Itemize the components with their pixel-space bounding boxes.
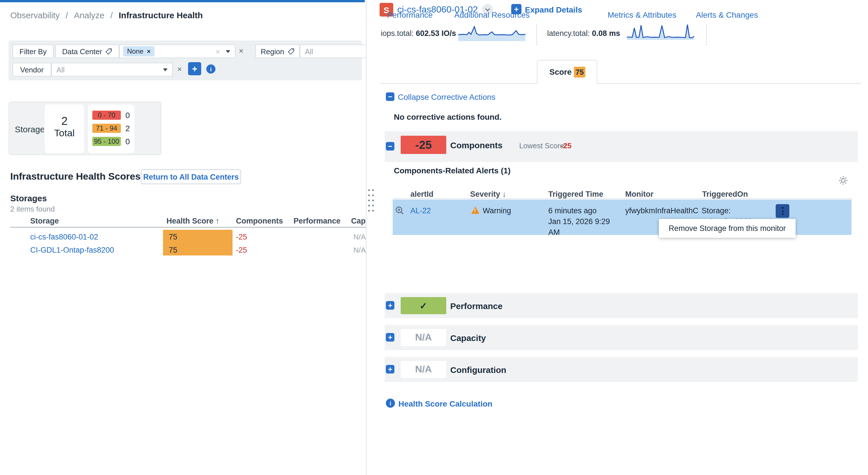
filter-by-label: Filter By xyxy=(12,44,54,58)
tag-icon xyxy=(287,48,294,55)
chevron-down-icon[interactable] xyxy=(226,50,230,53)
components-cell: -25 xyxy=(236,233,247,241)
filter-info-icon[interactable]: i xyxy=(206,64,215,73)
table-row[interactable]: CI-GDL1-Ontap-fas8200 75 -25 N/A xyxy=(0,243,367,256)
lowest-score-label: Lowest Score: xyxy=(519,141,566,150)
col-health-score[interactable]: Health Score ↑ xyxy=(166,217,219,225)
tab-score-active[interactable]: Score 75 xyxy=(537,60,597,84)
collapse-corrective-actions-icon[interactable]: − xyxy=(386,92,394,101)
range-count-red: 0 xyxy=(125,111,130,120)
metric-name: latency.total: xyxy=(547,29,590,38)
storage-link[interactable]: ci-cs-fas8060-01-02 xyxy=(30,233,98,241)
vendor-value: All xyxy=(56,65,65,74)
alert-col-triggeredon[interactable]: TriggeredOn xyxy=(702,190,748,199)
col-capacity[interactable]: Cap xyxy=(351,217,366,225)
alert-col-severity[interactable]: Severity ↓ xyxy=(470,190,506,199)
gear-icon[interactable] xyxy=(838,176,848,185)
add-filter-button[interactable]: + xyxy=(188,62,201,75)
iops-sparkline-chart xyxy=(458,25,525,41)
storage-link[interactable]: CI-GDL1-Ontap-fas8200 xyxy=(30,246,114,254)
zoom-in-icon[interactable] xyxy=(395,206,405,215)
metric-value: 602.53 IO/s xyxy=(416,29,456,38)
health-score-cell: 75 xyxy=(169,233,177,241)
metric-separator xyxy=(536,25,537,45)
alert-triggeredon-label: Storage: xyxy=(702,206,731,215)
alert-table-header-divider xyxy=(393,199,852,199)
region-text: Region xyxy=(261,47,284,56)
data-center-chip[interactable]: None × xyxy=(123,46,154,56)
table-row[interactable]: ci-cs-fas8060-01-02 75 -25 N/A xyxy=(0,230,367,242)
page-title: Infrastructure Health Scores xyxy=(10,171,141,182)
breadcrumb-analyze[interactable]: Analyze xyxy=(74,10,104,20)
alert-id-link[interactable]: AL-22 xyxy=(410,206,431,215)
alert-col-alertid[interactable]: alertId xyxy=(410,190,433,199)
sort-desc-icon[interactable]: ↓ xyxy=(502,190,506,199)
latency-metric-label: latency.total: 0.08 ms xyxy=(547,29,620,38)
col-components[interactable]: Components xyxy=(236,217,283,225)
metric-name: iops.total: xyxy=(381,29,414,38)
vendor-select[interactable]: All xyxy=(51,63,173,77)
summary-entity-label: Storages xyxy=(15,124,49,134)
remove-data-center-filter-icon[interactable]: × xyxy=(239,46,243,55)
range-count-green: 0 xyxy=(125,137,130,146)
left-panel: Observability / Analyze / Infrastructure… xyxy=(0,0,367,475)
components-cell: -25 xyxy=(236,246,247,254)
region-select[interactable]: All xyxy=(300,44,367,58)
row-actions-kebab-button[interactable] xyxy=(776,204,789,218)
top-accent-bar xyxy=(0,0,365,2)
chip-label: None xyxy=(127,47,143,55)
collapse-corrective-actions-link[interactable]: Collapse Corrective Actions xyxy=(398,92,495,101)
detail-panel: S ci-cs-fas8060-01-02 + Expand Details i… xyxy=(376,0,868,475)
context-menu-item-remove-storage[interactable]: Remove Storage from this monitor xyxy=(669,224,786,233)
range-pill-orange[interactable]: 71 - 94 xyxy=(92,124,121,133)
items-found-label: 2 items found xyxy=(10,205,55,213)
col-performance[interactable]: Performance xyxy=(293,217,341,225)
components-section-title: Components xyxy=(450,140,502,150)
health-score-cell: 75 xyxy=(169,246,177,254)
no-corrective-actions-message: No corrective actions found. xyxy=(394,112,501,121)
tab-strip-border xyxy=(379,83,861,84)
region-filter-label: Region xyxy=(255,44,300,58)
expand-details-link[interactable]: Expand Details xyxy=(525,5,582,14)
filter-by-text: Filter By xyxy=(20,47,46,56)
sort-asc-icon[interactable]: ↑ xyxy=(216,217,220,225)
capacity-section-title: Capacity xyxy=(450,333,486,343)
breadcrumb-observability[interactable]: Observability xyxy=(10,10,60,20)
capacity-status-box: N/A xyxy=(401,329,446,346)
performance-expand-icon[interactable]: + xyxy=(386,301,394,309)
data-center-select[interactable]: None × × xyxy=(119,44,236,58)
tab-score-label: Score xyxy=(550,67,571,77)
col-storage[interactable]: Storage xyxy=(30,217,59,225)
breadcrumb-current-page: Infrastructure Health xyxy=(119,10,203,20)
chip-close-icon[interactable]: × xyxy=(147,48,151,55)
alert-col-triggered-time[interactable]: Triggered Time xyxy=(548,190,603,199)
tab-metrics-attributes[interactable]: Metrics & Attributes xyxy=(608,10,676,20)
components-collapse-icon[interactable]: − xyxy=(386,142,394,151)
remove-vendor-filter-icon[interactable]: × xyxy=(177,64,182,73)
summary-total-card[interactable]: 2 Total xyxy=(44,105,84,153)
summary-total-value: 2 xyxy=(44,115,84,128)
data-center-text: Data Center xyxy=(62,47,102,56)
breadcrumb-separator: / xyxy=(66,10,68,20)
tab-alerts-changes[interactable]: Alerts & Changes xyxy=(696,10,758,20)
select-clear-icon[interactable]: × xyxy=(216,47,220,56)
chevron-down-icon[interactable] xyxy=(163,68,167,71)
latency-sparkline-chart xyxy=(627,24,694,40)
alert-col-monitor[interactable]: Monitor xyxy=(625,190,653,199)
iops-metric-label: iops.total: 602.53 IO/s xyxy=(381,29,456,38)
check-icon: ✓ xyxy=(420,300,428,311)
tab-performance[interactable]: Performance xyxy=(387,10,433,20)
configuration-expand-icon[interactable]: + xyxy=(386,365,394,374)
configuration-section-title: Configuration xyxy=(450,365,506,375)
return-to-all-data-centers-button[interactable]: Return to All Data Centers xyxy=(141,169,241,184)
breadcrumb: Observability / Analyze / Infrastructure… xyxy=(10,10,203,21)
breadcrumb-separator: / xyxy=(110,10,113,20)
range-pill-red[interactable]: 0 - 70 xyxy=(92,111,121,120)
components-score-box: -25 xyxy=(401,136,446,154)
panel-splitter-handle[interactable] xyxy=(368,188,374,213)
range-pill-green[interactable]: 95 - 100 xyxy=(92,137,121,146)
tab-additional-resources[interactable]: Additional Resources xyxy=(454,10,530,20)
capacity-expand-icon[interactable]: + xyxy=(386,333,394,342)
tab-score-badge: 75 xyxy=(574,67,585,78)
health-score-calculation-link[interactable]: Health Score Calculation xyxy=(398,399,492,408)
